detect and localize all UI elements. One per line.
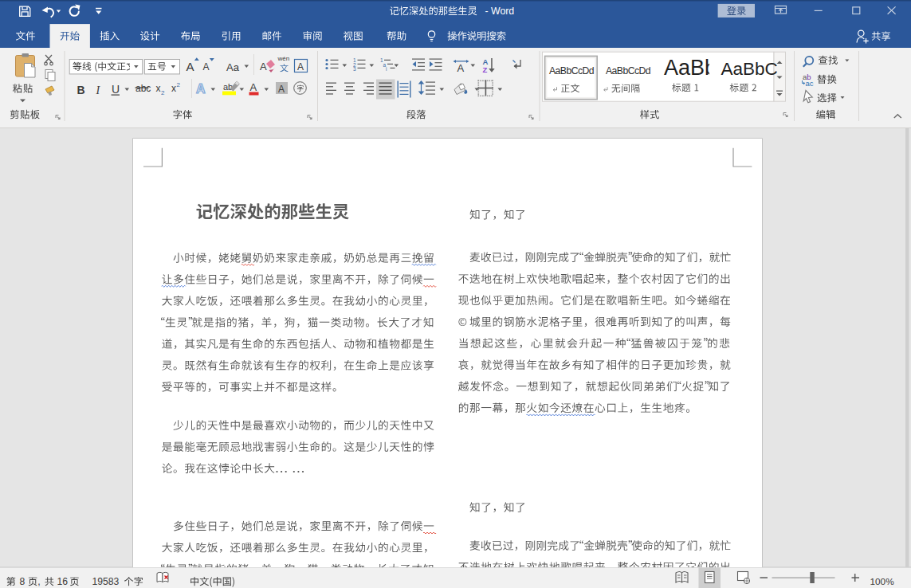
svg-text:,: , [37,576,40,587]
svg-text:B: B [77,84,85,96]
svg-text:A: A [297,61,304,73]
svg-text:i: i [386,66,387,72]
svg-text:A: A [278,84,285,95]
svg-text:2: 2 [177,81,181,88]
svg-text:A: A [250,81,257,93]
svg-text:100%: 100% [870,576,895,587]
svg-text:A: A [457,62,465,74]
svg-text:A: A [187,60,194,73]
svg-text:19583: 19583 [92,576,120,587]
svg-text:A: A [196,82,206,96]
svg-text:A: A [260,61,267,73]
svg-text:wén: wén [277,55,290,62]
svg-text:2: 2 [161,89,165,96]
svg-text:8: 8 [20,576,26,587]
svg-text:x: x [156,83,161,94]
svg-text:x: x [171,83,176,94]
svg-text:Z: Z [483,65,488,74]
svg-text:AaBbCcDd: AaBbCcDd [549,65,595,76]
svg-text:abc: abc [135,83,151,94]
svg-text:U: U [112,83,120,96]
svg-text:AaBbC: AaBbC [721,59,778,79]
svg-text:16: 16 [57,576,69,587]
svg-text:A: A [203,61,210,73]
svg-text:- Word: - Word [485,6,515,17]
svg-text:ac: ac [806,79,814,88]
svg-text:3: 3 [353,66,356,72]
svg-text:Aa: Aa [226,61,240,73]
svg-text:AaBbCcDd: AaBbCcDd [606,65,651,76]
